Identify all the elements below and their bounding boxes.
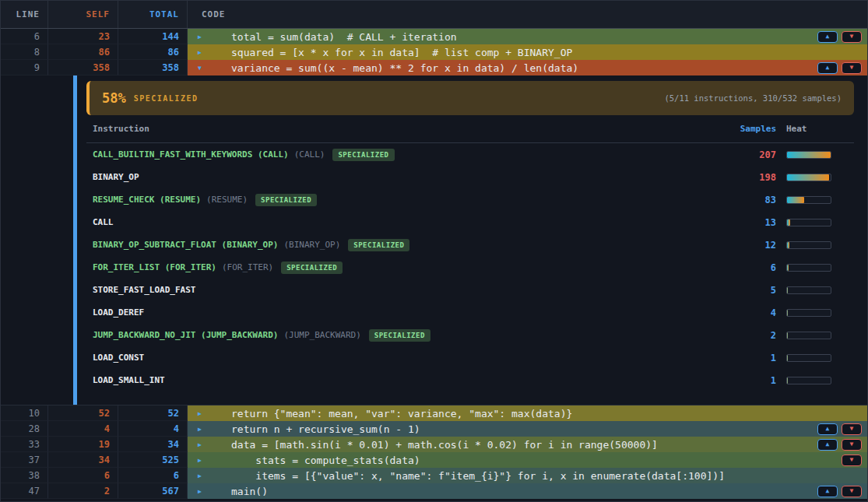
code-cell[interactable]: ▶ total = sum(data) # CALL + iteration ▲… bbox=[188, 29, 867, 44]
total-samples-value: 525 bbox=[118, 452, 188, 468]
total-samples-value: 4 bbox=[118, 421, 188, 437]
heat-bar-track bbox=[786, 151, 831, 159]
line-number: 38 bbox=[1, 468, 48, 483]
line-number: 37 bbox=[1, 452, 48, 468]
line-number: 33 bbox=[1, 437, 48, 452]
instruction-row: JUMP_BACKWARD_NO_JIT (JUMP_BACKWARD) (JU… bbox=[86, 324, 854, 346]
row-buttons: ▲ ▼ bbox=[817, 439, 862, 451]
code-cell[interactable]: ▶ items = [{"value": x, "name": f"item_{… bbox=[188, 468, 867, 483]
instruction-name-text: RESUME_CHECK (RESUME) bbox=[93, 195, 201, 205]
self-samples-value: 34 bbox=[48, 452, 118, 468]
code-line-row: 6 23 144 ▶ total = sum(data) # CALL + it… bbox=[1, 29, 867, 44]
code-cell[interactable]: ▶ return n + recursive_sum(n - 1) ▲ ▼ bbox=[188, 421, 867, 437]
instruction-name-text: STORE_FAST_LOAD_FAST bbox=[93, 285, 195, 295]
expand-arrow-icon[interactable]: ▶ bbox=[198, 441, 206, 448]
instruction-base-name: (FOR_ITER) bbox=[222, 262, 273, 272]
self-samples-value: 4 bbox=[48, 421, 118, 437]
code-cell[interactable]: ▶ squared = [x * x for x in data] # list… bbox=[188, 44, 867, 60]
expand-arrow-icon[interactable]: ▶ bbox=[198, 49, 206, 56]
instruction-samples-value: 83 bbox=[729, 195, 776, 205]
column-header-code: CODE bbox=[188, 1, 867, 28]
instruction-row: BINARY_OP_SUBTRACT_FLOAT (BINARY_OP) (BI… bbox=[86, 233, 854, 256]
instruction-samples-value: 6 bbox=[729, 262, 776, 273]
code-cell[interactable]: ▶ stats = compute_stats(data) ▼ bbox=[188, 452, 867, 468]
instruction-name: LOAD_SMALL_INT bbox=[93, 375, 729, 385]
total-samples-value: 86 bbox=[118, 44, 188, 60]
code-rows-below-panel: 10 52 52 ▶ return {"mean": mean, "var": … bbox=[1, 405, 867, 499]
move-down-button[interactable]: ▼ bbox=[842, 62, 862, 74]
instruction-name: BINARY_OP_SUBTRACT_FLOAT (BINARY_OP) (BI… bbox=[93, 239, 729, 251]
move-down-button[interactable]: ▼ bbox=[842, 486, 862, 497]
code-table-header: LINE SELF TOTAL CODE bbox=[1, 1, 867, 29]
instruction-samples-value: 4 bbox=[729, 307, 776, 318]
specialized-badge: SPECIALIZED bbox=[348, 239, 409, 251]
specialized-badge: SPECIALIZED bbox=[332, 149, 394, 161]
instruction-name: BINARY_OP bbox=[93, 172, 729, 182]
expand-arrow-icon[interactable]: ▶ bbox=[198, 410, 206, 417]
expand-arrow-icon[interactable]: ▶ bbox=[198, 457, 206, 464]
instruction-samples-value: 5 bbox=[729, 285, 776, 296]
instruction-name-text: BINARY_OP_SUBTRACT_FLOAT (BINARY_OP) bbox=[93, 240, 278, 250]
line-number: 6 bbox=[1, 29, 48, 44]
code-cell[interactable]: ▼ variance = sum((x - mean) ** 2 for x i… bbox=[188, 60, 867, 75]
code-text: main() bbox=[231, 486, 268, 497]
instruction-name: LOAD_DEREF bbox=[93, 307, 729, 318]
code-text: variance = sum((x - mean) ** 2 for x in … bbox=[231, 62, 578, 74]
total-samples-value: 567 bbox=[118, 483, 188, 499]
move-down-button[interactable]: ▼ bbox=[842, 423, 862, 435]
self-samples-value: 19 bbox=[48, 437, 118, 452]
heat-bar-fill bbox=[787, 197, 804, 203]
expand-arrow-icon[interactable]: ▶ bbox=[198, 472, 206, 479]
instruction-row: LOAD_DEREF 4 bbox=[86, 301, 854, 324]
move-down-button[interactable]: ▼ bbox=[842, 455, 862, 466]
instruction-name: RESUME_CHECK (RESUME) (RESUME) SPECIALIZ… bbox=[93, 194, 729, 206]
code-text: stats = compute_stats(data) bbox=[231, 455, 420, 466]
expand-arrow-icon[interactable]: ▼ bbox=[198, 65, 206, 72]
self-samples-value: 2 bbox=[48, 483, 118, 499]
total-samples-value: 52 bbox=[118, 405, 188, 421]
line-number: 8 bbox=[1, 44, 48, 60]
code-cell[interactable]: ▶ data = [math.sin(i * 0.01) + math.cos(… bbox=[188, 437, 867, 452]
instruction-row: STORE_FAST_LOAD_FAST 5 bbox=[86, 279, 854, 301]
self-samples-value: 358 bbox=[48, 60, 118, 75]
instruction-row: FOR_ITER_LIST (FOR_ITER) (FOR_ITER) SPEC… bbox=[86, 256, 854, 279]
heat-bar-fill bbox=[787, 174, 829, 181]
instruction-row: RESUME_CHECK (RESUME) (RESUME) SPECIALIZ… bbox=[86, 188, 854, 211]
self-samples-value: 52 bbox=[48, 405, 118, 421]
row-buttons: ▲ ▼ bbox=[817, 486, 862, 497]
total-samples-value: 144 bbox=[118, 29, 188, 44]
move-up-button[interactable]: ▲ bbox=[817, 423, 838, 435]
code-line-row: 10 52 52 ▶ return {"mean": mean, "var": … bbox=[1, 405, 867, 421]
move-up-button[interactable]: ▲ bbox=[817, 62, 838, 74]
expand-arrow-icon[interactable]: ▶ bbox=[198, 426, 206, 433]
heat-bar-fill bbox=[787, 287, 788, 293]
move-down-button[interactable]: ▼ bbox=[842, 439, 862, 451]
code-cell[interactable]: ▶ return {"mean": mean, "var": variance,… bbox=[188, 405, 867, 421]
code-cell[interactable]: ▶ main() ▲ ▼ bbox=[188, 483, 867, 499]
move-up-button[interactable]: ▲ bbox=[817, 439, 838, 451]
detail-panel-body: 58% SPECIALIZED (5/11 instructions, 310/… bbox=[86, 75, 854, 405]
move-up-button[interactable]: ▲ bbox=[817, 486, 838, 497]
instruction-name: STORE_FAST_LOAD_FAST bbox=[93, 285, 729, 295]
heat-bar-track bbox=[786, 354, 831, 362]
expand-arrow-icon[interactable]: ▶ bbox=[198, 488, 206, 495]
heat-bar-fill bbox=[787, 265, 789, 271]
code-text: data = [math.sin(i * 0.01) + math.cos(i … bbox=[231, 439, 658, 451]
column-header-line: LINE bbox=[1, 1, 48, 28]
specialization-summary: 58% SPECIALIZED (5/11 instructions, 310/… bbox=[86, 81, 854, 115]
heat-bar-fill bbox=[787, 242, 789, 248]
move-up-button[interactable]: ▲ bbox=[817, 31, 838, 43]
code-line-row: 47 2 567 ▶ main() ▲ ▼ bbox=[1, 483, 867, 499]
self-samples-value: 6 bbox=[48, 468, 118, 483]
instruction-row: BINARY_OP 198 bbox=[86, 166, 854, 188]
specialized-badge: SPECIALIZED bbox=[369, 329, 430, 342]
row-buttons: ▼ bbox=[842, 455, 862, 466]
expand-arrow-icon[interactable]: ▶ bbox=[198, 33, 206, 40]
row-buttons: ▲ ▼ bbox=[817, 62, 862, 74]
heat-bar-fill bbox=[787, 377, 788, 384]
column-header-samples[interactable]: Samples bbox=[729, 124, 776, 134]
move-down-button[interactable]: ▼ bbox=[842, 31, 862, 43]
instruction-samples-value: 1 bbox=[729, 353, 776, 363]
instruction-row: CALL 13 bbox=[86, 211, 854, 233]
column-header-instruction: Instruction bbox=[93, 124, 729, 134]
